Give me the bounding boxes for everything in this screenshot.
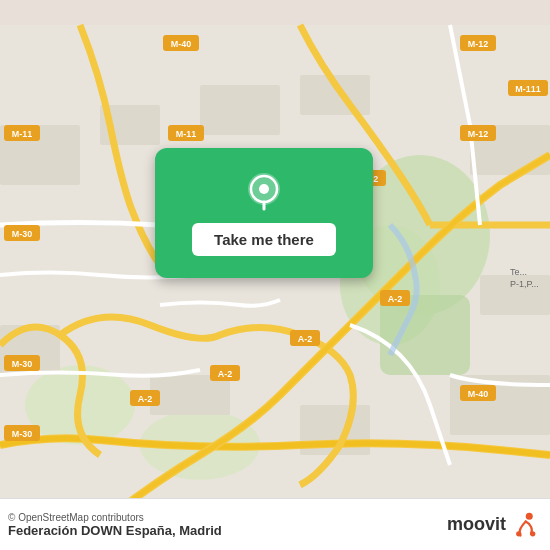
svg-point-53 xyxy=(530,531,535,536)
bottom-left-section: © OpenStreetMap contributors Federación … xyxy=(8,512,222,538)
svg-text:M-40: M-40 xyxy=(171,39,192,49)
svg-text:Te...: Te... xyxy=(510,267,527,277)
moovit-logo: moovit xyxy=(447,511,538,539)
svg-rect-8 xyxy=(200,85,280,135)
svg-text:M-111: M-111 xyxy=(515,84,541,94)
svg-text:P-1,P...: P-1,P... xyxy=(510,279,539,289)
svg-text:A-2: A-2 xyxy=(298,334,313,344)
location-label: Federación DOWN España, Madrid xyxy=(8,523,222,538)
svg-text:M-12: M-12 xyxy=(468,129,489,139)
svg-text:M-40: M-40 xyxy=(468,389,489,399)
bottom-info-bar: © OpenStreetMap contributors Federación … xyxy=(0,498,550,550)
svg-text:A-2: A-2 xyxy=(388,294,403,304)
map-pin-icon xyxy=(242,171,286,215)
map-container: M-40 M-12 M-111 M-11 M-11 M-12 M-12 M-30… xyxy=(0,0,550,550)
svg-text:A-2: A-2 xyxy=(218,369,233,379)
take-me-there-button[interactable]: Take me there xyxy=(192,223,336,256)
moovit-brand-icon xyxy=(510,511,538,539)
svg-point-51 xyxy=(526,512,533,519)
svg-point-50 xyxy=(259,184,269,194)
svg-point-52 xyxy=(516,531,521,536)
moovit-brand-text: moovit xyxy=(447,514,506,535)
osm-attribution: © OpenStreetMap contributors xyxy=(8,512,222,523)
svg-text:M-30: M-30 xyxy=(12,429,33,439)
svg-text:A-2: A-2 xyxy=(138,394,153,404)
svg-text:M-12: M-12 xyxy=(468,39,489,49)
svg-rect-3 xyxy=(380,295,470,375)
svg-text:M-30: M-30 xyxy=(12,359,33,369)
svg-text:M-11: M-11 xyxy=(12,129,33,139)
svg-text:M-11: M-11 xyxy=(176,129,197,139)
svg-text:M-30: M-30 xyxy=(12,229,33,239)
destination-card: Take me there xyxy=(155,148,373,278)
